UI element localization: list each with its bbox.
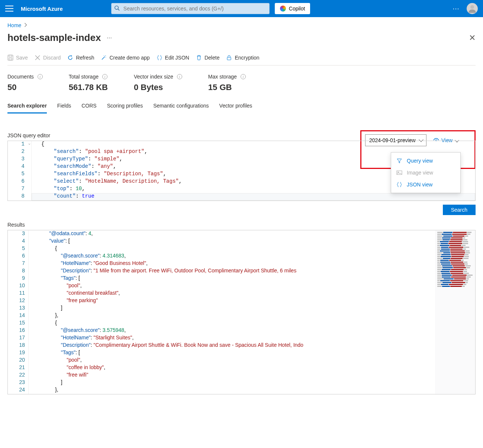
search-icon [114,5,120,12]
title-more-icon[interactable]: ⋯ [107,35,113,41]
copilot-button[interactable]: Copilot [275,3,310,14]
svg-point-2 [470,5,474,9]
info-icon[interactable]: i [38,74,43,79]
close-icon[interactable]: ✕ [469,33,476,43]
wand-icon [101,55,107,61]
discard-icon [35,55,41,61]
create-demo-app-button[interactable]: Create demo app [101,55,149,61]
trash-icon [196,55,202,61]
discard-button[interactable]: Discard [35,55,61,61]
stat-vector-index: Vector index sizei 0 Bytes [134,74,182,92]
breadcrumb: Home [7,22,476,28]
user-avatar[interactable] [467,3,478,14]
stat-max-storage: Max storagei 15 GB [208,74,246,92]
svg-line-1 [118,9,119,10]
save-button[interactable]: Save [7,55,28,61]
image-icon [396,170,402,176]
svg-rect-5 [9,58,12,60]
braces-icon [396,182,402,188]
azure-top-bar: Microsoft Azure Copilot ⋯ [0,0,483,17]
filter-icon [396,158,402,164]
svg-line-11 [106,57,106,58]
edit-json-button[interactable]: Edit JSON [157,55,189,61]
stat-total-storage: Total storagei 561.78 KB [69,74,108,92]
copilot-icon [280,6,286,12]
refresh-button[interactable]: Refresh [67,55,94,61]
chevron-right-icon [24,22,28,28]
command-bar: Save Discard Refresh Create demo app Edi… [7,55,476,65]
tab-fields[interactable]: Fields [57,103,71,113]
svg-rect-12 [227,57,231,60]
index-tabs: Search explorer Fields CORS Scoring prof… [7,103,476,114]
svg-rect-3 [8,55,13,60]
global-search-input[interactable] [111,3,270,14]
save-icon [7,55,13,61]
tab-cors[interactable]: CORS [81,103,96,113]
stat-documents: Documentsi 50 [7,74,43,92]
page-title: hotels-sample-index [7,32,101,44]
tab-semantic[interactable]: Semantic configurations [153,103,209,113]
tab-vector[interactable]: Vector profiles [219,103,252,113]
info-icon[interactable]: i [102,74,107,79]
encryption-button[interactable]: Encryption [226,55,259,61]
refresh-icon [67,55,73,61]
more-menu-icon[interactable]: ⋯ [453,4,460,13]
tab-scoring[interactable]: Scoring profiles [107,103,143,113]
minimap[interactable] [435,230,475,394]
results-viewer[interactable]: 3 "@odata.count": 4,4 "value": [5 {6 "@s… [7,230,476,394]
lock-icon [226,55,232,61]
stats-row: Documentsi 50 Total storagei 561.78 KB V… [7,74,476,92]
breadcrumb-home-link[interactable]: Home [7,22,21,28]
brand-label[interactable]: Microsoft Azure [21,6,63,12]
svg-point-0 [115,6,118,9]
info-icon[interactable]: i [241,74,246,79]
delete-button[interactable]: Delete [196,55,219,61]
copilot-label: Copilot [289,6,305,12]
hamburger-menu-icon[interactable] [5,6,13,12]
svg-rect-4 [9,55,12,57]
menu-item-json-view[interactable]: JSON view [391,179,460,191]
search-button[interactable]: Search [443,205,476,215]
menu-item-image-view[interactable]: Image view [391,167,460,179]
svg-line-8 [102,57,105,60]
menu-item-query-view[interactable]: Query view [391,155,460,167]
info-icon[interactable]: i [177,74,182,79]
svg-line-10 [104,55,104,56]
view-dropdown-menu: Query view Image view JSON view [391,152,461,193]
results-label: Results [7,222,476,228]
braces-icon [157,55,162,61]
tab-search-explorer[interactable]: Search explorer [7,103,47,113]
svg-line-9 [105,55,106,56]
